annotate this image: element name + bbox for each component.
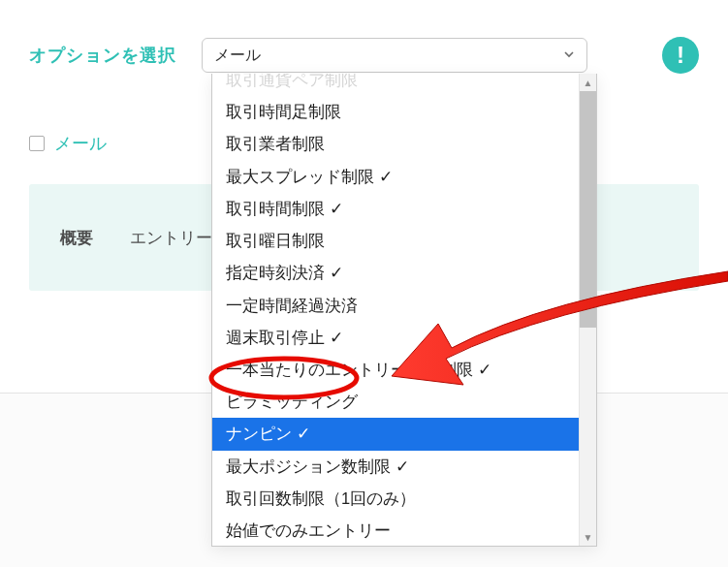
dropdown-item[interactable]: 週末取引停止 ✓ <box>212 322 579 354</box>
dropdown-item[interactable]: 指定時刻決済 ✓ <box>212 257 579 289</box>
dropdown-item[interactable]: ナンピン ✓ <box>212 418 579 450</box>
dropdown-item[interactable]: 取引回数制限（1回のみ） <box>212 483 579 515</box>
option-select-value: メール <box>214 46 261 66</box>
dropdown-item[interactable]: 始値でのみエントリー <box>212 515 579 546</box>
alert-icon[interactable]: ! <box>662 37 699 74</box>
chevron-down-icon <box>563 47 575 64</box>
entry-tab[interactable]: エントリー <box>130 227 212 249</box>
option-select-label: オプションを選択 <box>29 44 176 67</box>
dropdown-item[interactable]: 取引時間足制限 <box>212 96 579 128</box>
scroll-down-icon[interactable]: ▼ <box>580 528 596 546</box>
dropdown-item[interactable]: 一定時間経過決済 <box>212 290 579 322</box>
dropdown-item[interactable]: 最大スプレッド制限 ✓ <box>212 161 579 193</box>
dropdown-item[interactable]: ピラミッディング <box>212 386 579 418</box>
scroll-thumb[interactable] <box>580 91 596 328</box>
option-dropdown-list: 取引通貨ペア制限取引時間足制限取引業者制限最大スプレッド制限 ✓取引時間制限 ✓… <box>212 74 579 546</box>
dropdown-item[interactable]: 取引通貨ペア制限 <box>212 74 579 96</box>
summary-tab[interactable]: 概要 <box>60 227 93 249</box>
alert-glyph: ! <box>677 42 684 69</box>
dropdown-item[interactable]: 最大ポジション数制限 ✓ <box>212 451 579 483</box>
option-select[interactable]: メール <box>202 38 587 73</box>
option-dropdown: 取引通貨ペア制限取引時間足制限取引業者制限最大スプレッド制限 ✓取引時間制限 ✓… <box>211 74 597 547</box>
scroll-track[interactable] <box>580 91 596 528</box>
scrollbar[interactable]: ▲ ▼ <box>579 74 596 546</box>
mail-checkbox[interactable] <box>29 136 45 151</box>
scroll-up-icon[interactable]: ▲ <box>580 74 596 91</box>
dropdown-item[interactable]: 取引時間制限 ✓ <box>212 193 579 225</box>
dropdown-item[interactable]: 取引曜日制限 <box>212 225 579 257</box>
mail-checkbox-label: メール <box>54 132 107 155</box>
dropdown-item[interactable]: 取引業者制限 <box>212 128 579 160</box>
dropdown-item[interactable]: 一本当たりのエントリー回数制限 ✓ <box>212 354 579 386</box>
